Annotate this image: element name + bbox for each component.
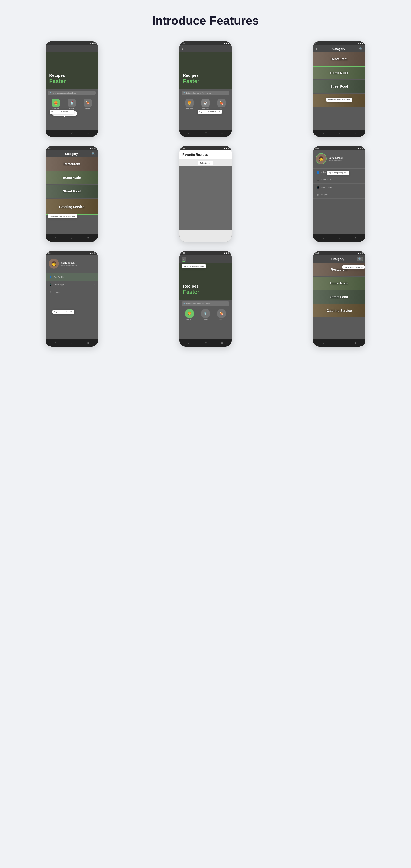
screen5-wrap: 9:18 ▲ ◆ ◉ Favorite Recipes Title Screen — [143, 146, 268, 242]
search-icon9[interactable]: 🔍 — [357, 257, 363, 261]
menu-about-apps7[interactable]: 📱 About Apps › — [45, 281, 98, 288]
list-nav6[interactable]: ≡ — [355, 237, 356, 240]
screen6-content: 👩 Sofia Risaki sofia42@gmail.com Tap to … — [313, 150, 366, 242]
heart-nav8[interactable]: ♡ — [204, 341, 207, 345]
search-tooltip9: Tap to see search item — [342, 265, 364, 269]
drink-icon-item8[interactable]: 🥤 DRINK — [201, 309, 210, 320]
cat-streetfood9[interactable]: Street Food — [313, 290, 366, 304]
menu-about-apps[interactable]: 📱 About Apps › — [313, 184, 366, 191]
burger-circle2: 🍔 — [185, 99, 194, 107]
back-icon2[interactable]: ‹ — [182, 47, 183, 51]
cat-catering4[interactable]: Catering Service — [45, 199, 98, 215]
list-nav3[interactable]: ≡ — [355, 132, 356, 135]
burger-icon-item8[interactable]: 🍔 BURGER — [185, 309, 194, 320]
food-icons-row: 🍔 BURGER Tap to see BURGER food 🥤 DRINK … — [45, 97, 98, 110]
home-nav9[interactable]: ⌂ — [322, 341, 323, 345]
burger-icon-item2[interactable]: 🍔 BURGER — [185, 99, 194, 109]
list-nav9[interactable]: ≡ — [355, 341, 356, 345]
home-nav7[interactable]: ⌂ — [55, 341, 56, 345]
user-avatar7[interactable]: 👩 — [49, 259, 59, 269]
heart-nav2[interactable]: ♡ — [204, 132, 207, 135]
screen6-phone: 9:18 ▲ ◆ ◉ 👩 Sofia Risaki sofia42@gmail.… — [313, 146, 366, 242]
food-icons-row2: 🍔 BURGER ☕ COFFEE 🍖 GRILL — [179, 97, 232, 110]
home-nav2[interactable]: ⌂ — [188, 132, 190, 135]
heart-nav6[interactable]: ♡ — [338, 237, 340, 240]
cat-streetfood3[interactable]: Street Food — [313, 80, 366, 93]
user-email: sofia42@gmail.com — [329, 159, 344, 161]
bottom-nav4: ⌂ ♡ ≡ — [45, 235, 98, 242]
edit-profile-tooltip: Tap to open edit profile — [53, 310, 74, 314]
burger-icon-item[interactable]: 🍔 BURGER Tap to see BURGER food — [52, 99, 60, 109]
home-nav-icon[interactable]: ⌂ — [55, 132, 56, 135]
back-icon4[interactable]: ‹ — [48, 152, 49, 156]
screen1-content: ‹ Recipes Faster 🔍 Let's explore some fo… — [45, 45, 98, 137]
home-nav4[interactable]: ⌂ — [55, 237, 56, 240]
search-bar8[interactable]: 🔍 Let's explore some food here... — [181, 302, 230, 306]
search-icon3[interactable]: 🔍 — [359, 47, 363, 51]
status-bar2: 9:17 ▲ ◆ ◉ — [179, 41, 232, 45]
heart-nav4[interactable]: ♡ — [71, 237, 73, 240]
home-nav3[interactable]: ⌂ — [322, 132, 323, 135]
home-nav8[interactable]: ⌂ — [188, 341, 190, 345]
menu-call-center[interactable]: 📞 Call Center › — [313, 176, 366, 184]
screen-grid-row3: 9:18 ▲ ◆ ◉ 👩 Sofia Risaki sofia42@gmail.… — [9, 251, 402, 347]
status-bar5: 9:18 ▲ ◆ ◉ — [179, 146, 232, 150]
bottom-nav7: ⌂ ♡ ≡ — [45, 339, 98, 347]
category-title3: Category — [318, 47, 359, 51]
screen1-phone: 9:17 ▲ ◆ ◉ ‹ Recipes Faster 🔍 Let's expl… — [45, 41, 98, 137]
grill-icon-item2[interactable]: 🍖 GRILL — [217, 99, 226, 109]
heart-nav-icon[interactable]: ♡ — [71, 132, 73, 135]
bottom-nav6: ⌂ ♡ ≡ — [313, 235, 366, 242]
cat-restaurant3[interactable]: Restaurant — [313, 53, 366, 66]
app-header3: ‹ Category 🔍 — [313, 45, 366, 53]
hero-bg: Recipes Faster — [45, 53, 98, 89]
status-bar8: 9:18 ▲ ◆ ◉ — [179, 251, 232, 255]
hero-bg2: Recipes Faster — [179, 53, 232, 89]
back-icon[interactable]: ‹ — [48, 47, 49, 51]
coffee-icon-item[interactable]: ☕ COFFEE — [201, 99, 210, 109]
coffee-circle: ☕ — [201, 99, 210, 107]
list-nav8[interactable]: ≡ — [221, 341, 223, 345]
coffee-tooltip-bubble: Tap to see COFFEE drink — [198, 110, 222, 114]
profile-header: 👩 Sofia Risaki sofia42@gmail.com — [313, 150, 366, 166]
about-apps-icon7: 📱 — [49, 283, 52, 286]
screen7-wrap: 9:18 ▲ ◆ ◉ 👩 Sofia Risaki sofia42@gmail.… — [9, 251, 134, 347]
heart-nav3[interactable]: ♡ — [338, 132, 340, 135]
menu-logout7[interactable]: ⊘ Logout — [45, 288, 98, 296]
list-nav7[interactable]: ≡ — [88, 341, 89, 345]
back-icon9[interactable]: ‹ — [316, 257, 317, 261]
menu-logout[interactable]: ⊘ Logout — [313, 191, 366, 199]
back-icon3[interactable]: ‹ — [316, 47, 317, 51]
back-tooltip: Tap to back to main menu — [181, 264, 206, 269]
status-bar3: 9:18 ▲ ◆ ◉ — [313, 41, 366, 45]
screen6-wrap: 9:18 ▲ ◆ ◉ 👩 Sofia Risaki sofia42@gmail.… — [277, 146, 402, 242]
cat-catering9[interactable]: Catering Service — [313, 304, 366, 317]
heart-nav9[interactable]: ♡ — [338, 341, 340, 345]
search-bar[interactable]: 🔍 Let's explore some food here... — [48, 91, 96, 95]
cat-homemade9[interactable]: Home Made — [313, 277, 366, 290]
grill-icon-item8[interactable]: 🍖 GRILL — [217, 309, 226, 320]
burger-circle8: 🍔 — [185, 309, 194, 318]
cat-homemade4[interactable]: Home Made — [45, 171, 98, 184]
fav-header: Favorite Recipes — [179, 150, 232, 159]
list-nav4[interactable]: ≡ — [88, 237, 89, 240]
cat-homemade3[interactable]: Home Made — [313, 66, 366, 80]
user-avatar[interactable]: 👩 — [316, 154, 326, 164]
hero-title: Recipes — [49, 73, 66, 78]
drink-label: DRINK — [69, 107, 74, 109]
cat-streetfood4[interactable]: Street Food — [45, 185, 98, 198]
list-nav2[interactable]: ≡ — [221, 132, 223, 135]
search-bar2[interactable]: 🔍 Let's explore some food here... — [181, 91, 230, 95]
back-icon8[interactable]: ‹ — [182, 257, 186, 261]
heart-nav7[interactable]: ♡ — [71, 341, 73, 345]
cat-restaurant4[interactable]: Restaurant — [45, 157, 98, 170]
list-nav-icon[interactable]: ≡ — [88, 132, 89, 135]
grill-icon-item[interactable]: 🍖 GRILL — [83, 99, 92, 109]
edit-profile-icon7: 👤 — [49, 276, 52, 279]
screen8-phone: 9:18 ▲ ◆ ◉ ‹ Tap to back to main menu Re… — [179, 251, 232, 347]
home-nav6[interactable]: ⌂ — [322, 237, 323, 240]
search-icon4[interactable]: 🔍 — [92, 152, 95, 156]
drink-icon-item[interactable]: 🥤 DRINK — [68, 99, 76, 109]
app-header: ‹ — [45, 45, 98, 53]
menu-edit-profile7[interactable]: 👤 Edit Profile › — [45, 274, 98, 281]
